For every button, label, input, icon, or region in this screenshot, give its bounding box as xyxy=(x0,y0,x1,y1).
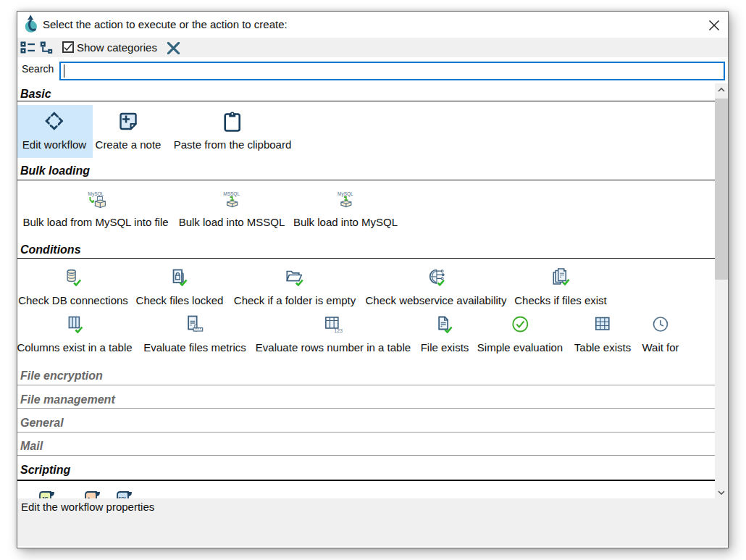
svg-text:MySQL: MySQL xyxy=(88,191,104,197)
svg-text:MSSQL: MSSQL xyxy=(224,191,240,197)
svg-text:123: 123 xyxy=(334,327,343,333)
svg-text:MySQL: MySQL xyxy=(338,191,353,197)
